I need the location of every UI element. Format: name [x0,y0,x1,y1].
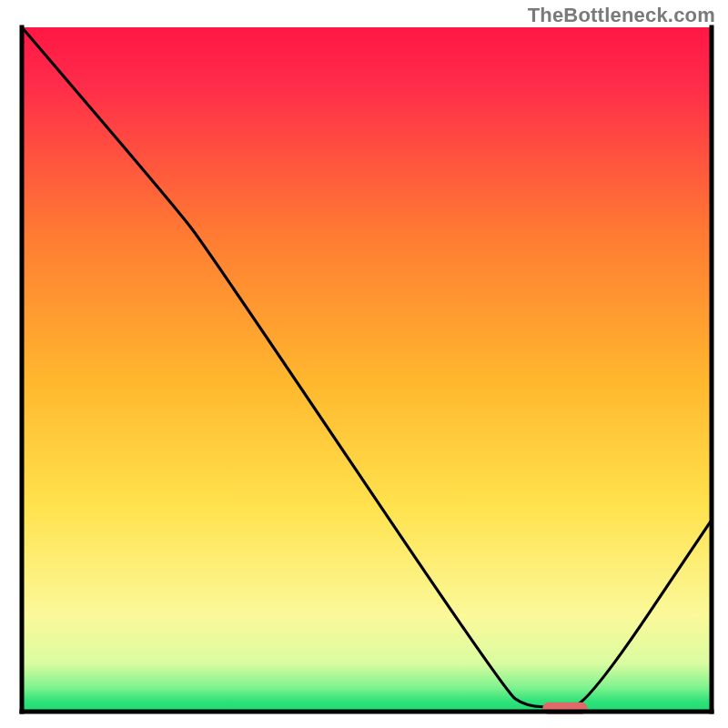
watermark-text: TheBottleneck.com [528,4,715,27]
chart-container: TheBottleneck.com [0,0,728,728]
gradient-background [22,27,712,712]
bottleneck-chart [0,0,728,728]
